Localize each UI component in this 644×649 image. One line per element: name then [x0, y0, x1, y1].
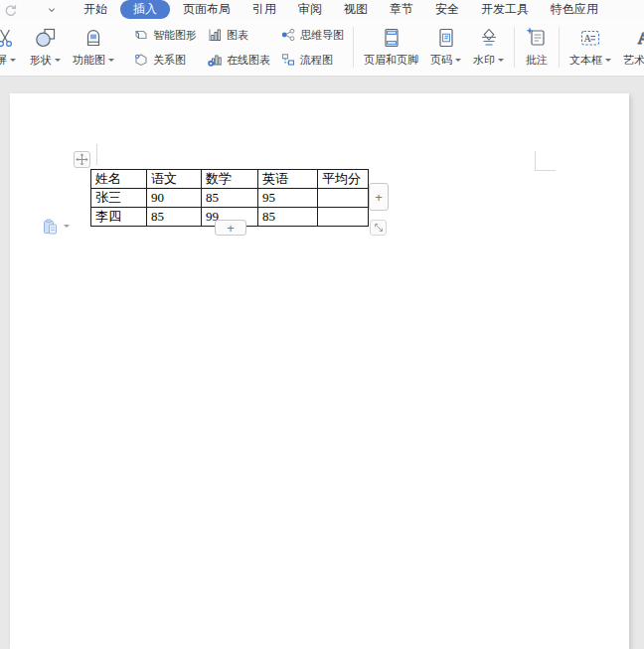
dropdown-arrow-icon — [455, 59, 461, 65]
tab-insert[interactable]: 插入 — [120, 0, 170, 19]
dropdown-arrow-icon — [55, 59, 61, 65]
add-column-button[interactable]: + — [369, 183, 389, 211]
toolbar-divider — [559, 27, 560, 68]
flowchart-icon — [280, 52, 296, 68]
table-cell[interactable]: 语文 — [147, 170, 202, 189]
header-footer-button[interactable]: 页眉和页脚 — [358, 19, 424, 76]
tab-references[interactable]: 引用 — [242, 0, 287, 19]
header-footer-label: 页眉和页脚 — [364, 53, 418, 67]
paste-options-button[interactable] — [43, 219, 70, 235]
watermark-button[interactable]: 水印 — [467, 19, 510, 76]
online-chart-label: 在线图表 — [227, 53, 270, 68]
table-cell[interactable] — [318, 208, 369, 227]
redo-icon[interactable] — [3, 3, 17, 17]
text-box-label: 文本框 — [569, 53, 602, 67]
tab-special-features[interactable]: 特色应用 — [540, 0, 609, 19]
table-cell[interactable]: 李四 — [91, 208, 147, 227]
table-cell[interactable]: 姓名 — [91, 170, 147, 189]
tab-home[interactable]: 开始 — [73, 0, 118, 19]
wordart-label: 艺术字 — [623, 53, 644, 67]
svg-text:A: A — [583, 33, 591, 44]
ribbon-tabs: 开始 插入 页面布局 引用 审阅 视图 章节 安全 开发工具 特色应用 — [73, 0, 609, 19]
function-diagram-icon — [81, 23, 105, 53]
shapes-button[interactable]: 形状 — [24, 19, 67, 76]
move-cross-icon — [76, 153, 88, 166]
table-move-handle[interactable] — [74, 151, 90, 168]
screenshot-label: 屏 — [0, 53, 7, 67]
tab-review[interactable]: 审阅 — [287, 0, 333, 19]
paste-options-icon — [43, 219, 58, 235]
wordart-icon: A — [632, 23, 644, 53]
comment-button[interactable]: 批注 — [519, 19, 555, 76]
table-cell[interactable]: 85 — [258, 208, 318, 227]
table-cell[interactable]: 数学 — [202, 170, 258, 189]
table-cell[interactable]: 90 — [147, 189, 202, 208]
scores-table: 姓名 语文 数学 英语 平均分 张三 90 85 95 李四 85 99 85 — [90, 169, 369, 227]
tab-dev-tools[interactable]: 开发工具 — [470, 0, 540, 19]
table-cell[interactable]: 张三 — [91, 189, 147, 208]
wordart-button[interactable]: A 艺术字 — [617, 19, 644, 76]
header-footer-icon — [380, 23, 403, 53]
table-header-row: 姓名 语文 数学 英语 平均分 — [91, 170, 369, 189]
document-area: 姓名 语文 数学 英语 平均分 张三 90 85 95 李四 85 99 85 … — [0, 77, 644, 649]
comment-icon — [525, 23, 549, 53]
text-box-icon: A — [578, 23, 602, 53]
table-cell[interactable]: 85 — [147, 208, 202, 227]
mind-map-button[interactable]: 思维导图 — [280, 27, 344, 43]
watermark-icon — [477, 23, 501, 53]
tab-view[interactable]: 视图 — [333, 0, 379, 19]
flowchart-button[interactable]: 流程图 — [280, 52, 344, 68]
menu-bar: 开始 插入 页面布局 引用 审阅 视图 章节 安全 开发工具 特色应用 — [0, 0, 644, 19]
margin-mark-top-right-horizontal — [535, 170, 556, 171]
chart-icon — [207, 27, 223, 43]
dropdown-arrow-icon — [498, 59, 504, 65]
svg-text:A: A — [638, 29, 644, 48]
diagonal-resize-icon — [373, 222, 385, 234]
add-row-button[interactable]: + — [215, 220, 246, 236]
tab-page-layout[interactable]: 页面布局 — [172, 0, 242, 19]
relation-diagram-label: 关系图 — [153, 53, 186, 68]
screenshot-scissors-icon — [0, 23, 18, 53]
chart-button[interactable]: 图表 — [207, 27, 270, 43]
screenshot-button[interactable]: 屏 — [0, 19, 24, 76]
page-number-button[interactable]: # 页码 — [424, 19, 467, 76]
mind-map-label: 思维导图 — [300, 28, 344, 43]
table-cell[interactable]: 95 — [258, 189, 318, 208]
text-box-button[interactable]: A 文本框 — [564, 19, 617, 76]
chart-label: 图表 — [227, 28, 248, 43]
dropdown-arrow-icon — [10, 59, 16, 65]
toolbar-options-chevron-icon[interactable] — [47, 5, 57, 15]
ribbon-toolbar: 屏 形状 功能图 智能图形 — [0, 19, 644, 77]
shapes-label: 形状 — [30, 53, 52, 67]
relation-diagram-button[interactable]: 关系图 — [133, 52, 197, 68]
function-diagram-button[interactable]: 功能图 — [67, 19, 120, 76]
table-cell[interactable]: 85 — [202, 189, 258, 208]
smart-graphics-icon — [133, 27, 149, 43]
document-page[interactable]: 姓名 语文 数学 英语 平均分 张三 90 85 95 李四 85 99 85 … — [10, 93, 629, 649]
toolbar-divider — [514, 27, 515, 68]
table-resize-handle[interactable] — [370, 220, 387, 236]
online-chart-button[interactable]: 在线图表 — [207, 52, 270, 68]
watermark-label: 水印 — [473, 53, 495, 67]
table-cell[interactable]: 平均分 — [318, 170, 369, 189]
flowchart-label: 流程图 — [300, 53, 333, 68]
page-number-label: 页码 — [430, 53, 452, 67]
comment-label: 批注 — [526, 53, 548, 67]
table-row: 张三 90 85 95 — [91, 189, 369, 208]
margin-mark-top-right-vertical — [535, 151, 536, 171]
dropdown-arrow-icon — [605, 59, 611, 65]
function-diagram-label: 功能图 — [73, 53, 105, 67]
smart-graphics-label: 智能图形 — [153, 28, 197, 43]
relation-diagram-icon — [133, 52, 149, 68]
tab-section[interactable]: 章节 — [379, 0, 424, 19]
tab-security[interactable]: 安全 — [424, 0, 470, 19]
page-number-icon: # — [434, 23, 458, 53]
online-chart-icon — [207, 52, 223, 68]
shapes-icon — [34, 23, 58, 53]
graphics-group-col2: 图表 在线图表 — [202, 19, 275, 76]
table-cell[interactable]: 英语 — [258, 170, 318, 189]
table-cell[interactable] — [318, 189, 369, 208]
margin-mark-top-left — [96, 144, 97, 165]
mind-map-icon — [280, 27, 296, 43]
smart-graphics-button[interactable]: 智能图形 — [133, 27, 197, 43]
